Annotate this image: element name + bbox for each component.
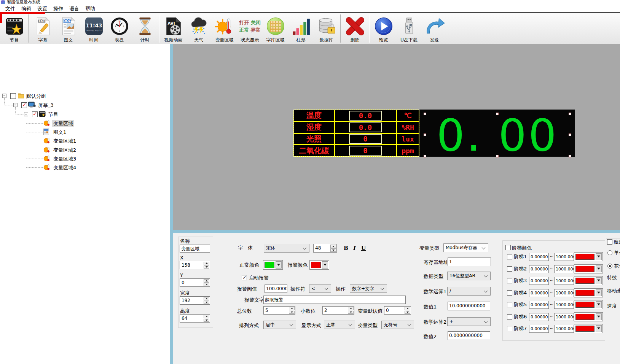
spin-up-icon[interactable] (348, 307, 354, 310)
ladder-to-input[interactable]: 1000.000 (554, 289, 574, 297)
toolbar-button-time[interactable]: 11:43Monday, May 25时间 (81, 13, 107, 44)
threshold-input[interactable]: 100.000000 (265, 285, 287, 293)
ladder-color-picker[interactable] (574, 276, 603, 285)
vertical-splitter[interactable] (170, 44, 173, 364)
ladder-to-input[interactable]: 1000.000 (554, 277, 574, 285)
spin-up-icon[interactable] (405, 307, 410, 310)
total-digits-spinner[interactable]: 5 (263, 306, 295, 315)
ladder-color-picker[interactable] (574, 264, 603, 273)
ladder-row-checkbox[interactable] (507, 290, 512, 296)
dropdown-button[interactable] (596, 277, 602, 284)
toolbar-button-subtitle[interactable]: TXT字幕 (30, 13, 56, 44)
display-mode-select[interactable]: 正常 (324, 321, 355, 329)
led-variable-table[interactable]: 温度0.0℃湿度0.0%RH光照0lux二氧化碳0ppm (293, 110, 419, 157)
toolbar-button-delete[interactable]: 删除 (342, 13, 368, 44)
dropdown-button[interactable] (596, 301, 602, 308)
width-spinner[interactable]: 192 (180, 296, 210, 305)
dropdown-button[interactable] (322, 261, 328, 269)
multi-color-radio[interactable] (607, 264, 612, 269)
toolbar-button-doc[interactable]: DOC图文 (56, 13, 81, 44)
y-spinner[interactable]: 0 (180, 278, 210, 287)
var-type-select[interactable]: Modbus寄存器 (443, 243, 488, 252)
toolbar-button-barchart[interactable]: 柱形 (288, 13, 314, 44)
screen-canvas[interactable]: 温度0.0℃湿度0.0%RH光照0lux二氧化碳0ppm 0. 00 (173, 44, 620, 230)
spin-up-icon[interactable] (204, 262, 209, 265)
tree-item-child[interactable]: 变量区域4 (52, 164, 77, 171)
tree-item-screen[interactable]: 屏幕_3 (37, 102, 55, 108)
menu-item-1[interactable]: 编辑 (21, 5, 32, 12)
ladder-from-input[interactable]: 0.00000 (529, 265, 549, 273)
spin-up-icon[interactable] (204, 279, 209, 283)
ladder-to-input[interactable]: 1000.000 (554, 325, 574, 333)
expand-toggle[interactable] (2, 94, 6, 98)
program-checkbox[interactable] (32, 111, 38, 117)
toolbar-button-weather[interactable]: 天气 (186, 13, 212, 44)
register-input[interactable]: 1 (448, 258, 491, 266)
tree-item-program[interactable]: 节目 (47, 111, 59, 118)
toolbar-button-database[interactable]: 数据库 (314, 13, 339, 44)
group-checkbox[interactable] (10, 93, 16, 99)
font-size-spinner[interactable]: 48 (313, 244, 337, 253)
menu-item-3[interactable]: 操作 (53, 5, 64, 12)
resize-handle[interactable] (424, 134, 426, 136)
spin-down-icon[interactable] (289, 311, 295, 314)
single-color-radio[interactable] (607, 250, 612, 255)
ladder-row-checkbox[interactable] (507, 302, 512, 307)
led-screen-preview[interactable]: 温度0.0℃湿度0.0%RH光照0lux二氧化碳0ppm 0. 00 (293, 110, 575, 157)
tree-item-child[interactable]: 变量区域2 (52, 147, 77, 153)
horizontal-splitter[interactable] (170, 230, 620, 233)
ladder-from-input[interactable]: 0.00000 (529, 289, 549, 297)
ladder-from-input[interactable]: 0.00000 (529, 301, 549, 309)
sign-type-select[interactable]: 无符号 (381, 321, 414, 329)
toolbar-button-preview[interactable]: 预览 (371, 13, 396, 44)
spin-down-icon[interactable] (204, 301, 209, 304)
dropdown-button[interactable] (596, 253, 602, 260)
height-spinner[interactable]: 64 (180, 314, 210, 323)
data-type-select[interactable]: 16位整型AB (447, 272, 491, 280)
name-input[interactable]: 变量区域 (180, 245, 210, 253)
screen-checkbox[interactable] (21, 102, 27, 108)
ladder-to-input[interactable]: 1000.000 (554, 265, 574, 273)
spin-up-icon[interactable] (289, 307, 295, 310)
toolbar-button-usb[interactable]: U盘下载 (396, 13, 422, 44)
default-value-spinner[interactable]: 0 (384, 306, 411, 315)
ladder-to-input[interactable]: 1000.000 (554, 253, 574, 261)
value1-input[interactable]: 10.0000000000 (448, 302, 490, 310)
spin-up-icon[interactable] (204, 297, 209, 300)
spin-up-icon[interactable] (330, 245, 336, 248)
toolbar-button-fontlib[interactable]: 字库区域 (263, 13, 288, 44)
math2-select[interactable]: + (447, 317, 491, 326)
toolbar-button-program[interactable]: ★节目 (2, 13, 27, 44)
toolbar-button-send[interactable]: 发送 (422, 13, 447, 44)
ladder-checkbox[interactable] (505, 245, 511, 250)
menu-item-4[interactable]: 语言 (69, 5, 80, 12)
italic-button[interactable]: I (353, 245, 355, 251)
bold-button[interactable]: B (344, 245, 348, 251)
tree-item-child[interactable]: 图文1 (52, 129, 67, 135)
font-family-select[interactable]: 宋体 (264, 244, 309, 253)
ladder-to-input[interactable]: 1000.000 (554, 313, 574, 321)
operator-select[interactable]: < (309, 285, 331, 293)
expand-toggle[interactable] (13, 103, 18, 107)
ladder-color-picker[interactable] (574, 324, 603, 333)
spin-down-icon[interactable] (204, 319, 209, 322)
dropdown-button[interactable] (276, 261, 282, 269)
toolbar-button-status[interactable]: 打开 关闭正常 异常状态显示 (237, 13, 263, 44)
toolbar-button-clock[interactable]: 12369表盘 (107, 13, 132, 44)
ladder-from-input[interactable]: 0.00000 (529, 277, 549, 285)
spin-down-icon[interactable] (348, 311, 354, 314)
resize-handle[interactable] (496, 113, 499, 115)
ladder-row-checkbox[interactable] (507, 266, 512, 272)
toolbar-button-variable[interactable]: 变量区域 (212, 13, 237, 44)
resize-handle[interactable] (424, 113, 426, 115)
ladder-row-checkbox[interactable] (507, 254, 512, 259)
expand-toggle[interactable] (24, 112, 28, 116)
ladder-from-input[interactable]: 0.00000 (529, 313, 549, 321)
spin-down-icon[interactable] (204, 283, 209, 286)
spin-down-icon[interactable] (405, 311, 410, 314)
toolbar-button-video[interactable]: AVI视频动画 (161, 13, 186, 44)
alarm-text-input[interactable]: 超限报警 (263, 296, 406, 304)
menu-item-0[interactable]: 文件 (5, 5, 16, 12)
ladder-row-checkbox[interactable] (507, 278, 512, 283)
spin-down-icon[interactable] (330, 248, 336, 252)
